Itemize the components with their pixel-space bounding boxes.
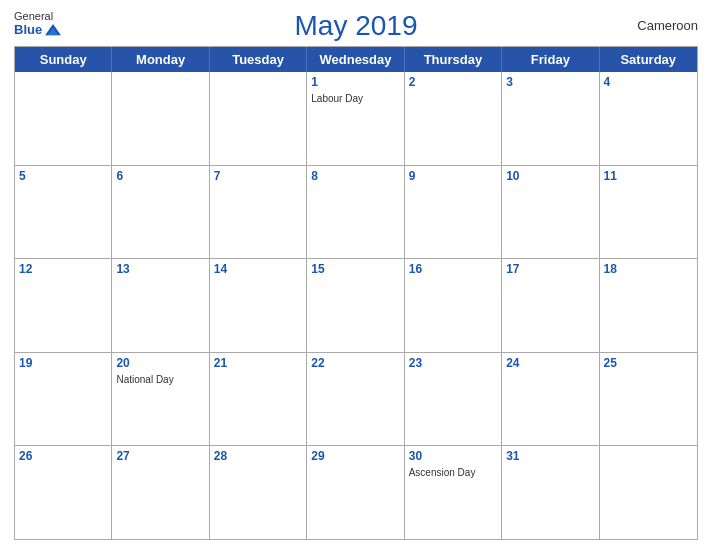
day-number: 10 <box>506 168 594 185</box>
day-event: National Day <box>116 373 204 386</box>
day-cell-4-2: 28 <box>210 446 307 539</box>
day-cell-4-4: 30Ascension Day <box>405 446 502 539</box>
day-cell-3-3: 22 <box>307 353 404 446</box>
day-cell-3-5: 24 <box>502 353 599 446</box>
logo-icon <box>44 23 62 37</box>
calendar-page: General Blue May 2019 Cameroon Sunday Mo… <box>0 0 712 550</box>
day-number: 27 <box>116 448 204 465</box>
day-cell-0-5: 3 <box>502 72 599 165</box>
day-number: 3 <box>506 74 594 91</box>
week-row-2: 567891011 <box>15 166 697 260</box>
day-number: 18 <box>604 261 693 278</box>
day-number: 26 <box>19 448 107 465</box>
day-number: 12 <box>19 261 107 278</box>
day-cell-1-2: 7 <box>210 166 307 259</box>
day-cell-1-5: 10 <box>502 166 599 259</box>
day-cell-2-2: 14 <box>210 259 307 352</box>
day-cell-0-0 <box>15 72 112 165</box>
title-block: May 2019 <box>295 10 418 42</box>
calendar-body: 1Labour Day23456789101112131415161718192… <box>15 72 697 540</box>
day-number: 5 <box>19 168 107 185</box>
day-cell-4-5: 31 <box>502 446 599 539</box>
day-number: 17 <box>506 261 594 278</box>
day-number: 15 <box>311 261 399 278</box>
day-number: 7 <box>214 168 302 185</box>
day-cell-1-1: 6 <box>112 166 209 259</box>
header-tuesday: Tuesday <box>210 47 307 72</box>
week-row-5: 2627282930Ascension Day31 <box>15 446 697 540</box>
day-cell-3-2: 21 <box>210 353 307 446</box>
country-label: Cameroon <box>637 18 698 33</box>
weekday-header-row: Sunday Monday Tuesday Wednesday Thursday… <box>15 47 697 72</box>
day-number: 6 <box>116 168 204 185</box>
day-number: 11 <box>604 168 693 185</box>
day-cell-0-6: 4 <box>600 72 697 165</box>
logo-blue: Blue <box>14 22 42 37</box>
day-cell-0-2 <box>210 72 307 165</box>
calendar-grid: Sunday Monday Tuesday Wednesday Thursday… <box>14 46 698 540</box>
day-cell-2-4: 16 <box>405 259 502 352</box>
day-cell-0-1 <box>112 72 209 165</box>
day-number: 31 <box>506 448 594 465</box>
header-wednesday: Wednesday <box>307 47 404 72</box>
day-cell-2-1: 13 <box>112 259 209 352</box>
day-number: 9 <box>409 168 497 185</box>
day-number: 19 <box>19 355 107 372</box>
day-cell-3-6: 25 <box>600 353 697 446</box>
day-number: 8 <box>311 168 399 185</box>
day-number: 22 <box>311 355 399 372</box>
day-cell-4-6 <box>600 446 697 539</box>
logo-general: General <box>14 10 53 22</box>
day-number: 1 <box>311 74 399 91</box>
day-number: 2 <box>409 74 497 91</box>
day-cell-1-6: 11 <box>600 166 697 259</box>
day-cell-4-1: 27 <box>112 446 209 539</box>
day-number: 24 <box>506 355 594 372</box>
header-thursday: Thursday <box>405 47 502 72</box>
day-cell-1-4: 9 <box>405 166 502 259</box>
day-number: 25 <box>604 355 693 372</box>
day-cell-1-0: 5 <box>15 166 112 259</box>
day-number: 30 <box>409 448 497 465</box>
month-year-title: May 2019 <box>295 10 418 42</box>
day-number: 14 <box>214 261 302 278</box>
day-event: Labour Day <box>311 92 399 105</box>
day-number: 21 <box>214 355 302 372</box>
day-cell-3-4: 23 <box>405 353 502 446</box>
week-row-4: 1920National Day2122232425 <box>15 353 697 447</box>
logo: General Blue <box>14 10 62 37</box>
day-number: 23 <box>409 355 497 372</box>
calendar-header: General Blue May 2019 Cameroon <box>14 10 698 42</box>
day-cell-4-3: 29 <box>307 446 404 539</box>
week-row-3: 12131415161718 <box>15 259 697 353</box>
day-number: 4 <box>604 74 693 91</box>
day-cell-2-3: 15 <box>307 259 404 352</box>
day-number: 28 <box>214 448 302 465</box>
day-cell-0-3: 1Labour Day <box>307 72 404 165</box>
header-sunday: Sunday <box>15 47 112 72</box>
day-cell-1-3: 8 <box>307 166 404 259</box>
day-cell-4-0: 26 <box>15 446 112 539</box>
day-cell-0-4: 2 <box>405 72 502 165</box>
day-number: 16 <box>409 261 497 278</box>
day-cell-2-6: 18 <box>600 259 697 352</box>
day-cell-2-0: 12 <box>15 259 112 352</box>
week-row-1: 1Labour Day234 <box>15 72 697 166</box>
day-number: 13 <box>116 261 204 278</box>
header-monday: Monday <box>112 47 209 72</box>
day-number: 29 <box>311 448 399 465</box>
header-saturday: Saturday <box>600 47 697 72</box>
day-cell-3-0: 19 <box>15 353 112 446</box>
day-cell-3-1: 20National Day <box>112 353 209 446</box>
day-number: 20 <box>116 355 204 372</box>
day-event: Ascension Day <box>409 466 497 479</box>
day-cell-2-5: 17 <box>502 259 599 352</box>
header-friday: Friday <box>502 47 599 72</box>
